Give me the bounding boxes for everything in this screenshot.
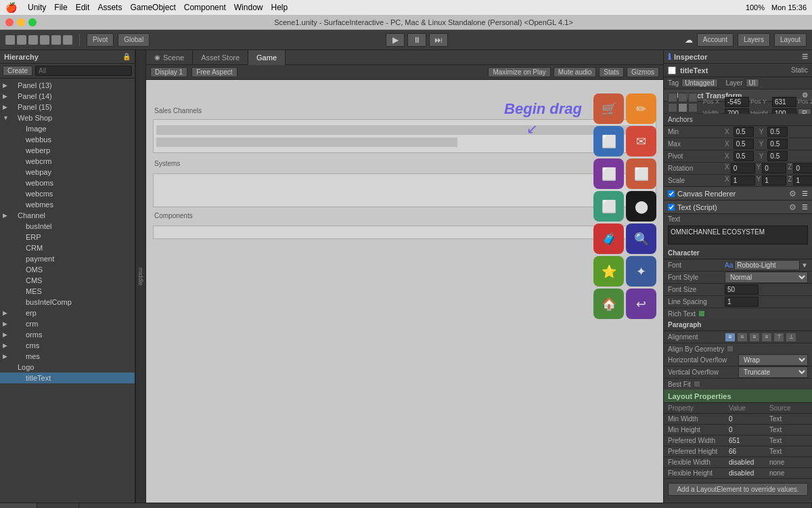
canvas-renderer-check[interactable]	[668, 190, 675, 197]
tree-item-webcrm[interactable]: webcrm	[0, 156, 135, 167]
cloud-icon[interactable]: ☁	[685, 35, 693, 45]
icon-tile-9[interactable]: 🔍	[626, 224, 656, 254]
tree-item-erp[interactable]: ERP	[0, 232, 135, 242]
align-center-btn[interactable]: ≡	[737, 333, 748, 342]
account-button[interactable]: Account	[697, 33, 734, 47]
tree-item-payment[interactable]: payment	[0, 253, 135, 264]
tree-item-bic[interactable]: busIntelComp	[0, 297, 135, 308]
tree-item-weberp[interactable]: weberp	[0, 145, 135, 156]
posx-input[interactable]	[725, 97, 749, 107]
tree-item-panel14[interactable]: ▶ Panel (14)	[0, 91, 135, 102]
maximize-on-play-btn[interactable]: Maximize on Play	[488, 67, 550, 77]
play-button[interactable]: ▶	[386, 33, 405, 47]
scale-z-input[interactable]	[793, 175, 812, 186]
pivot-button[interactable]: Pivot	[87, 33, 114, 47]
tree-item-crm[interactable]: CRM	[0, 242, 135, 253]
align-left-btn[interactable]: ≡	[725, 333, 736, 342]
aspect-dropdown[interactable]: Free Aspect	[191, 67, 237, 77]
tree-item-webmes[interactable]: webmes	[0, 199, 135, 210]
canvas-renderer-toggle[interactable]: Canvas Renderer ⚙ ☰	[664, 187, 812, 200]
tree-item-crm2[interactable]: ▶ crm	[0, 318, 135, 329]
tree-item-mes[interactable]: MES	[0, 286, 135, 297]
icon-tile-8[interactable]: 🧳	[593, 224, 624, 254]
rotate-tool[interactable]	[28, 35, 38, 45]
max-y-input[interactable]	[767, 139, 788, 149]
text-script-check[interactable]	[668, 204, 675, 211]
icon-tile-6[interactable]: ⬜	[593, 191, 624, 221]
icon-tile-1[interactable]: ✏	[626, 93, 656, 124]
object-active-checkbox[interactable]	[668, 66, 676, 75]
layout-button[interactable]: Layout	[774, 33, 807, 47]
hierarchy-create-btn[interactable]: Create	[3, 66, 32, 76]
tree-item-channel[interactable]: ▶ Channel	[0, 210, 135, 221]
transform-tool[interactable]	[63, 35, 72, 45]
menu-gameobject[interactable]: GameObject	[130, 3, 175, 12]
min-x-input[interactable]	[734, 127, 754, 137]
tab-scene[interactable]: ◉ Scene	[146, 50, 193, 65]
align-right-btn[interactable]: ≡	[749, 333, 760, 342]
align-middle-btn[interactable]: ⊥	[786, 333, 796, 342]
tree-item-cms2[interactable]: ▶ cms	[0, 340, 135, 351]
menu-assets[interactable]: Assets	[97, 3, 122, 12]
icon-tile-2[interactable]: ⬜	[593, 126, 624, 156]
tree-item-webcms[interactable]: webcms	[0, 188, 135, 199]
max-x-input[interactable]	[734, 139, 754, 149]
tab-game[interactable]: Game	[248, 50, 286, 65]
best-fit-checkbox[interactable]	[694, 381, 700, 387]
rot-y-input[interactable]	[762, 163, 786, 173]
stats-btn[interactable]: Stats	[599, 67, 624, 77]
hierarchy-lock[interactable]: 🔒	[122, 53, 131, 60]
font-style-select[interactable]: Normal Bold Italic	[725, 272, 808, 283]
font-value[interactable]: Roboto-Light	[734, 260, 800, 270]
close-btn[interactable]	[5, 18, 14, 26]
vert-overflow-select[interactable]: Truncate Overflow	[738, 366, 808, 378]
tree-item-oms[interactable]: OMS	[0, 264, 135, 275]
menu-edit[interactable]: Edit	[76, 3, 90, 12]
layer-value[interactable]: UI	[746, 79, 759, 87]
display-dropdown[interactable]: Display 1	[150, 67, 187, 77]
tab-asset-store[interactable]: Asset Store	[193, 50, 248, 65]
icon-tile-7[interactable]: ⬤	[626, 191, 656, 221]
menu-unity[interactable]: Unity	[28, 3, 46, 12]
hand-tool[interactable]	[5, 35, 15, 45]
add-layout-btn[interactable]: Add a LayoutElement to override values.	[668, 483, 808, 496]
icon-tile-12[interactable]: 🏠	[593, 289, 624, 319]
tree-item-orms[interactable]: ▶ orms	[0, 329, 135, 340]
pivot-y-input[interactable]	[767, 151, 788, 161]
rot-z-input[interactable]	[793, 163, 812, 173]
text-content-box[interactable]: OMNICHANNEL ECOSYSTEM	[668, 226, 808, 245]
scale-y-input[interactable]	[762, 175, 786, 186]
inspector-menu-icon[interactable]: ☰	[802, 53, 808, 60]
canvas-renderer-menu[interactable]: ☰	[802, 190, 808, 197]
menu-component[interactable]: Component	[184, 3, 226, 12]
tree-item-weboms[interactable]: weboms	[0, 177, 135, 188]
scale-x-input[interactable]	[731, 175, 755, 186]
posy-input[interactable]	[772, 97, 796, 107]
global-button[interactable]: Global	[118, 33, 150, 47]
text-script-menu[interactable]: ☰	[802, 203, 808, 211]
pause-button[interactable]: ⏸	[407, 33, 426, 47]
rich-text-checkbox[interactable]	[698, 310, 705, 317]
tree-item-business-intel[interactable]: busIntel	[0, 221, 135, 232]
rect-tool[interactable]	[51, 35, 61, 45]
rot-x-input[interactable]	[731, 163, 755, 173]
tree-item-image[interactable]: Image	[0, 123, 135, 134]
text-script-gear[interactable]: ⚙	[789, 203, 796, 212]
icon-tile-5[interactable]: ⬜	[626, 158, 656, 189]
tree-item-erp2[interactable]: ▶ erp	[0, 308, 135, 318]
minimize-btn[interactable]	[17, 18, 25, 26]
scale-tool[interactable]	[40, 35, 49, 45]
step-button[interactable]: ⏭	[429, 33, 448, 47]
canvas-renderer-gear[interactable]: ⚙	[789, 189, 796, 198]
tree-item-logo[interactable]: Logo	[0, 362, 135, 373]
icon-tile-4[interactable]: ⬜	[593, 158, 624, 189]
tree-item-titletext[interactable]: titleText	[0, 373, 135, 383]
tree-item-mes2[interactable]: ▶ mes	[0, 351, 135, 362]
hierarchy-search[interactable]	[35, 66, 132, 76]
icon-tile-3[interactable]: ✉	[626, 126, 656, 156]
menu-window[interactable]: Window	[234, 3, 263, 12]
line-spacing-input[interactable]	[725, 297, 759, 307]
icon-tile-11[interactable]: ✦	[626, 256, 656, 287]
gizmos-btn[interactable]: Gizmos	[627, 67, 659, 77]
pivot-x-input[interactable]	[734, 151, 754, 161]
